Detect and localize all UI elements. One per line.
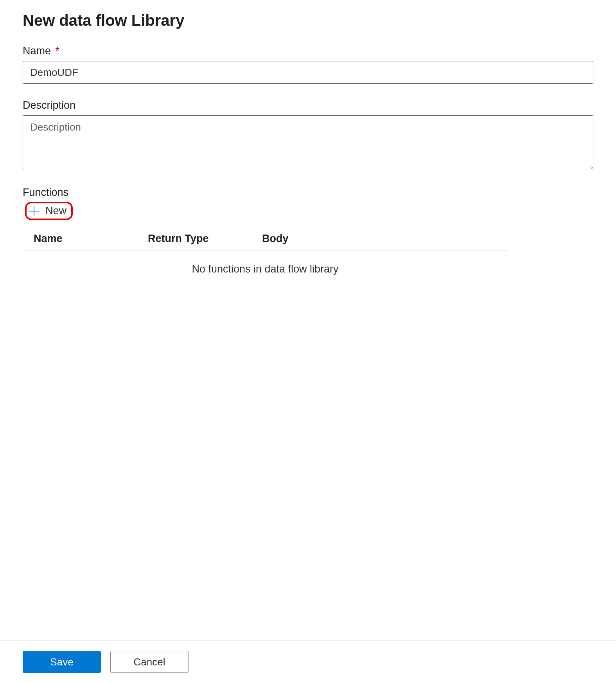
cancel-button[interactable]: Cancel	[110, 651, 189, 673]
new-function-label: New	[45, 205, 66, 217]
description-input[interactable]	[23, 115, 593, 169]
plus-icon	[28, 205, 40, 217]
column-header-return-type: Return Type	[148, 233, 262, 245]
name-field-group: Name *	[23, 45, 593, 84]
functions-label: Functions	[23, 186, 593, 199]
functions-table-header: Name Return Type Body	[23, 227, 508, 251]
description-field-group: Description	[23, 99, 593, 171]
save-button[interactable]: Save	[23, 651, 101, 673]
functions-section: Functions New Name Return Type Body No f…	[23, 186, 593, 288]
column-header-body: Body	[262, 233, 508, 245]
new-function-button[interactable]: New	[25, 202, 73, 220]
required-asterisk-icon: *	[56, 45, 60, 57]
functions-table: Name Return Type Body No functions in da…	[23, 227, 508, 288]
footer: Save Cancel	[0, 640, 616, 683]
name-label-text: Name	[23, 45, 51, 57]
page-title: New data flow Library	[23, 12, 593, 29]
column-header-name: Name	[34, 233, 148, 245]
description-label: Description	[23, 99, 593, 111]
functions-empty-message: No functions in data flow library	[23, 251, 508, 288]
name-label: Name *	[23, 45, 593, 57]
name-input[interactable]	[23, 61, 593, 84]
